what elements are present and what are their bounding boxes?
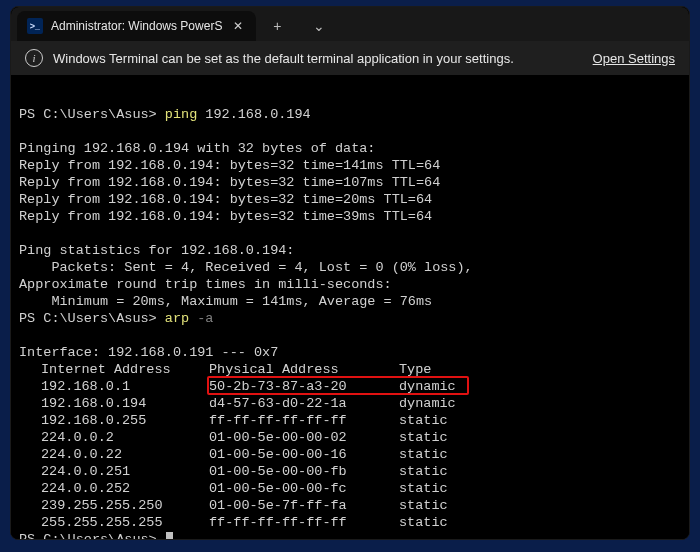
arp-cell-type: static: [399, 514, 448, 531]
cmd-arp: arp: [165, 311, 189, 326]
tab-title: Administrator: Windows PowerS: [51, 19, 222, 33]
terminal-body[interactable]: PS C:\Users\Asus> ping 192.168.0.194 Pin…: [11, 75, 689, 539]
tab-powershell[interactable]: >_ Administrator: Windows PowerS ✕: [17, 11, 256, 41]
arp-row: 224.0.0.201-00-5e-00-00-02static: [19, 429, 681, 446]
interface-line: Interface: 192.168.0.191 --- 0x7: [19, 345, 278, 360]
arp-cell-type: dynamic: [399, 378, 456, 395]
arp-row: 192.168.0.255ff-ff-ff-ff-ff-ffstatic: [19, 412, 681, 429]
arp-cell-phys: 01-00-5e-00-00-16: [209, 446, 399, 463]
ping-stats: Ping statistics for 192.168.0.194: Packe…: [19, 243, 473, 309]
arp-header-ip: Internet Address: [19, 361, 209, 378]
arp-cell-type: static: [399, 412, 448, 429]
cmd-arp-arg: -a: [197, 311, 213, 326]
info-bar: i Windows Terminal can be set as the def…: [11, 41, 689, 75]
arp-header-phys: Physical Address: [209, 361, 399, 378]
cmd-ping: ping: [165, 107, 197, 122]
ping-output: Pinging 192.168.0.194 with 32 bytes of d…: [19, 141, 440, 224]
arp-cell-ip: 255.255.255.255: [19, 514, 209, 531]
cmd-ping-arg: 192.168.0.194: [205, 107, 310, 122]
terminal-window: >_ Administrator: Windows PowerS ✕ + ⌄ i…: [10, 6, 690, 540]
arp-row: 239.255.255.25001-00-5e-7f-ff-fastatic: [19, 497, 681, 514]
powershell-icon: >_: [27, 18, 43, 34]
arp-cell-phys: 50-2b-73-87-a3-20: [209, 378, 399, 395]
arp-row: 255.255.255.255ff-ff-ff-ff-ff-ffstatic: [19, 514, 681, 531]
arp-cell-type: dynamic: [399, 395, 456, 412]
arp-cell-phys: 01-00-5e-00-00-fc: [209, 480, 399, 497]
arp-cell-ip: 192.168.0.1: [19, 378, 209, 395]
arp-row: 224.0.0.2201-00-5e-00-00-16static: [19, 446, 681, 463]
arp-cell-ip: 224.0.0.252: [19, 480, 209, 497]
arp-cell-phys: d4-57-63-d0-22-1a: [209, 395, 399, 412]
arp-cell-type: static: [399, 497, 448, 514]
arp-row: 192.168.0.194d4-57-63-d0-22-1adynamic: [19, 395, 681, 412]
arp-row: 192.168.0.150-2b-73-87-a3-20dynamic: [19, 378, 681, 395]
arp-cell-phys: ff-ff-ff-ff-ff-ff: [209, 412, 399, 429]
tab-bar: >_ Administrator: Windows PowerS ✕ + ⌄: [11, 7, 689, 41]
arp-row: 224.0.0.25101-00-5e-00-00-fbstatic: [19, 463, 681, 480]
arp-cell-ip: 224.0.0.22: [19, 446, 209, 463]
cursor: [166, 532, 173, 539]
info-icon: i: [25, 49, 43, 67]
arp-cell-ip: 224.0.0.2: [19, 429, 209, 446]
close-icon[interactable]: ✕: [230, 19, 246, 33]
arp-header-type: Type: [399, 361, 431, 378]
arp-cell-ip: 239.255.255.250: [19, 497, 209, 514]
arp-cell-ip: 192.168.0.255: [19, 412, 209, 429]
open-settings-link[interactable]: Open Settings: [593, 51, 675, 66]
info-message: Windows Terminal can be set as the defau…: [53, 51, 583, 66]
arp-row: 224.0.0.25201-00-5e-00-00-fcstatic: [19, 480, 681, 497]
arp-cell-phys: ff-ff-ff-ff-ff-ff: [209, 514, 399, 531]
arp-cell-type: static: [399, 480, 448, 497]
arp-body: 192.168.0.150-2b-73-87-a3-20dynamic192.1…: [19, 378, 681, 531]
arp-cell-ip: 224.0.0.251: [19, 463, 209, 480]
arp-cell-phys: 01-00-5e-7f-ff-fa: [209, 497, 399, 514]
arp-cell-phys: 01-00-5e-00-00-02: [209, 429, 399, 446]
arp-cell-phys: 01-00-5e-00-00-fb: [209, 463, 399, 480]
arp-cell-type: static: [399, 429, 448, 446]
arp-cell-type: static: [399, 463, 448, 480]
arp-header-row: Internet AddressPhysical AddressType: [19, 361, 681, 378]
prompt: PS C:\Users\Asus>: [19, 107, 157, 122]
prompt: PS C:\Users\Asus>: [19, 311, 157, 326]
new-tab-button[interactable]: +: [256, 11, 298, 41]
tab-dropdown-button[interactable]: ⌄: [298, 11, 340, 41]
arp-cell-type: static: [399, 446, 448, 463]
arp-cell-ip: 192.168.0.194: [19, 395, 209, 412]
prompt: PS C:\Users\Asus>: [19, 532, 157, 539]
